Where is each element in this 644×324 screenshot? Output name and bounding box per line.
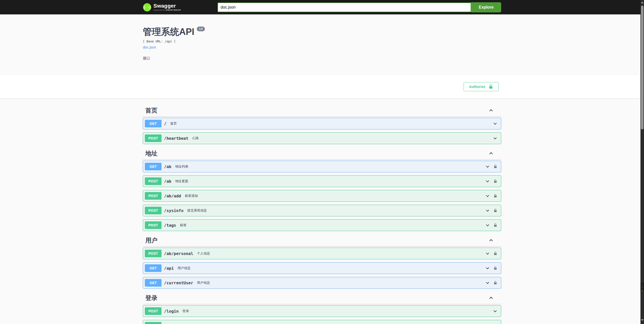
operation-path: /ab — [164, 179, 171, 184]
operation-summary: 标签 — [180, 223, 186, 227]
method-badge: POST — [145, 322, 162, 324]
method-badge: GET — [145, 264, 162, 272]
api-description: 接口 — [143, 56, 501, 61]
method-badge: POST — [145, 177, 162, 185]
api-section: 地址 GET /ab 地址列表 POST /ab 地址更新 — [143, 147, 501, 231]
lock-open-icon[interactable] — [493, 266, 497, 270]
brand-wordmark: Swagger — [153, 3, 181, 9]
topbar: {··} Swagger Supported by SMARTBEAR Expl… — [0, 0, 644, 14]
operation-path: / — [164, 121, 167, 126]
lock-open-icon[interactable] — [493, 165, 497, 169]
operation-row[interactable]: POST /ab 地址更新 — [143, 175, 501, 187]
chevron-down-icon[interactable] — [493, 136, 497, 141]
sections: 首页 GET / 首页 POST /heartbeat 心跳 — [138, 98, 506, 324]
swagger-logo[interactable]: {··} Swagger Supported by SMARTBEAR — [143, 3, 181, 12]
operation-row[interactable]: POST /sysinfo 提交系统信息 — [143, 205, 501, 216]
scroll-minimap-widget — [641, 283, 644, 292]
operation-row[interactable]: POST /heartbeat 心跳 — [143, 132, 501, 144]
spec-url-input[interactable] — [218, 3, 471, 12]
lock-open-icon[interactable] — [493, 251, 497, 256]
base-url: [ Base URL: /api ] — [143, 40, 501, 43]
operations-main: 首页 GET / 首页 POST /heartbeat 心跳 — [0, 98, 644, 324]
operation-summary: 首页 — [170, 121, 177, 126]
chevron-down-icon[interactable] — [485, 208, 490, 213]
version-badge: 1.0 — [197, 27, 205, 31]
operation-row[interactable]: POST /ab/add 标签添加 — [143, 190, 501, 202]
section-operations: GET / 首页 POST /heartbeat 心跳 — [143, 118, 501, 144]
authorize-label: Authorize — [469, 85, 485, 89]
chevron-down-icon[interactable] — [485, 179, 490, 183]
lock-open-icon[interactable] — [493, 179, 497, 183]
operation-summary: 心跳 — [192, 136, 199, 141]
operation-summary: 用户信息 — [197, 281, 210, 285]
operation-path: /api — [164, 266, 174, 271]
scrollbar-track[interactable] — [640, 0, 644, 324]
section-header[interactable]: 地址 — [143, 147, 501, 160]
chevron-down-icon[interactable] — [485, 266, 490, 270]
operation-path: /ab — [164, 164, 171, 169]
chevron-down-icon[interactable] — [485, 194, 490, 198]
scrollbar-thumb[interactable] — [641, 6, 643, 129]
lock-open-icon[interactable] — [493, 209, 497, 213]
method-badge: POST — [145, 307, 162, 315]
operation-path: /ab/add — [164, 194, 181, 198]
operation-row[interactable]: GET /currentUser 用户信息 — [143, 277, 501, 289]
section-title: 登录 — [145, 294, 157, 302]
operation-row[interactable]: GET / 首页 — [143, 118, 501, 129]
api-section: 用户 POST /ab/personal 个人信息 GET /api — [143, 234, 501, 289]
method-badge: GET — [145, 163, 162, 170]
chevron-up-icon[interactable] — [489, 238, 494, 243]
operation-summary: 标签添加 — [185, 194, 198, 198]
operation-summary: 地址更新 — [175, 179, 188, 183]
operation-path: /tags — [164, 223, 176, 228]
swagger-logo-icon: {··} — [143, 3, 151, 12]
operation-summary: 提交系统信息 — [187, 208, 207, 213]
section-operations: POST /login 登录 POST /loginStatus 登录状态 — [143, 305, 501, 324]
spec-link[interactable]: doc.json — [143, 45, 156, 49]
operation-path: /sysinfo — [164, 208, 183, 213]
api-title-text: 管理系统API — [143, 26, 194, 38]
scroll-down-arrow-icon[interactable] — [641, 319, 643, 321]
page-title: 管理系统API 1.0 — [143, 26, 501, 38]
operation-row[interactable]: POST /login 登录 — [143, 305, 501, 317]
api-section: 首页 GET / 首页 POST /heartbeat 心跳 — [143, 104, 501, 144]
operation-summary: 地址列表 — [175, 164, 188, 169]
api-info: 管理系统API 1.0 [ Base URL: /api ] doc.json … — [0, 14, 644, 75]
api-section: 登录 POST /login 登录 POST /loginStatus 登录状态 — [143, 292, 501, 324]
chevron-up-icon[interactable] — [489, 295, 494, 300]
operation-row[interactable]: POST /loginStatus 登录状态 — [143, 320, 501, 324]
section-operations: POST /ab/personal 个人信息 GET /api 用户信息 — [143, 248, 501, 289]
operation-row[interactable]: POST /tags 标签 — [143, 219, 501, 231]
lock-open-icon[interactable] — [493, 223, 497, 227]
method-badge: POST — [145, 207, 162, 214]
section-header[interactable]: 登录 — [143, 292, 501, 304]
chevron-up-icon[interactable] — [489, 108, 494, 113]
operation-row[interactable]: GET /api 用户信息 — [143, 262, 501, 274]
chevron-down-icon[interactable] — [485, 251, 490, 256]
operation-path: /ab/personal — [164, 251, 193, 256]
lock-open-icon[interactable] — [493, 281, 497, 285]
explore-button[interactable]: Explore — [471, 2, 501, 12]
chevron-down-icon[interactable] — [485, 164, 490, 169]
section-operations: GET /ab 地址列表 POST /ab 地址更新 — [143, 161, 501, 231]
chevron-up-icon[interactable] — [489, 151, 494, 156]
chevron-down-icon[interactable] — [485, 281, 490, 285]
section-title: 首页 — [145, 107, 157, 114]
chevron-down-icon[interactable] — [485, 223, 490, 227]
chevron-down-icon[interactable] — [493, 121, 497, 126]
method-badge: GET — [145, 279, 162, 287]
scroll-up-arrow-icon[interactable] — [641, 2, 643, 3]
lock-open-icon — [488, 84, 493, 89]
operation-row[interactable]: POST /ab/personal 个人信息 — [143, 248, 501, 259]
section-header[interactable]: 用户 — [143, 234, 501, 247]
method-badge: POST — [145, 134, 162, 142]
method-badge: POST — [145, 192, 162, 200]
operation-summary: 个人信息 — [197, 251, 210, 256]
supported-by-label: Supported by SMARTBEAR — [153, 9, 181, 11]
operation-row[interactable]: GET /ab 地址列表 — [143, 161, 501, 172]
chevron-down-icon[interactable] — [493, 309, 497, 313]
method-badge: GET — [145, 120, 162, 127]
lock-open-icon[interactable] — [493, 194, 497, 198]
section-header[interactable]: 首页 — [143, 104, 501, 117]
authorize-button[interactable]: Authorize — [464, 82, 499, 91]
